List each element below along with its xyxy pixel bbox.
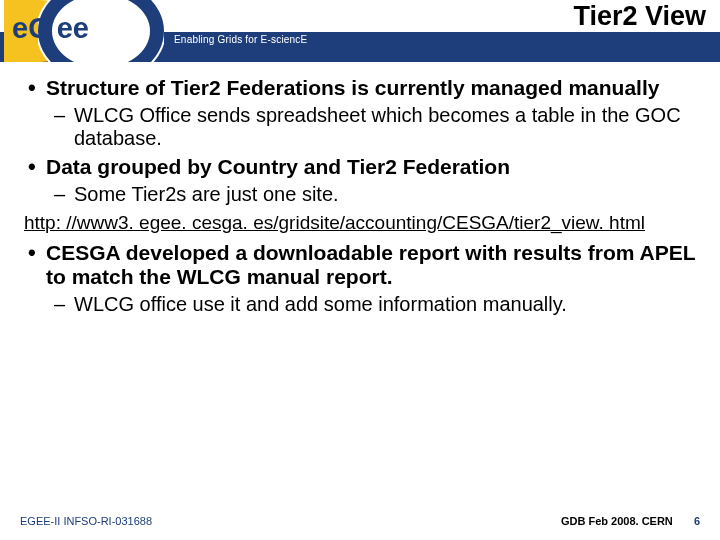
bullet-l1: CESGA developed a downloadable report wi… [24,241,696,317]
bullet-text: Structure of Tier2 Federations is curren… [46,76,659,99]
bullet-l1: Structure of Tier2 Federations is curren… [24,76,696,151]
title-bar: Tier2 View [573,0,720,32]
bullet-text: CESGA developed a downloadable report wi… [46,241,695,289]
slide: eGee Tier2 View Enabling Grids for E-sci… [0,0,720,540]
url-link[interactable]: http: //www3. egee. cesga. es/gridsite/a… [24,212,696,234]
bullet-text: WLCG Office sends spreadsheet which beco… [74,104,681,150]
content: Structure of Tier2 Federations is curren… [0,62,720,510]
slide-title: Tier2 View [573,1,720,32]
bullet-text: Data grouped by Country and Tier2 Federa… [46,155,510,178]
bullet-l2: WLCG Office sends spreadsheet which beco… [50,104,696,151]
footer: EGEE-II INFSO-RI-031688 GDB Feb 2008. CE… [0,510,720,540]
footer-left: EGEE-II INFSO-RI-031688 [20,515,152,527]
bullet-l1: Data grouped by Country and Tier2 Federa… [24,155,696,206]
tagline: Enabling Grids for E-sciencE [174,34,307,45]
bullet-text: Some Tier2s are just one site. [74,183,339,205]
bullet-text: WLCG office use it and add some informat… [74,293,567,315]
header: eGee Tier2 View Enabling Grids for E-sci… [0,0,720,62]
url-text: http: //www3. egee. cesga. es/gridsite/a… [24,212,645,233]
page-number: 6 [694,515,700,527]
footer-venue: GDB Feb 2008. CERN [561,515,673,527]
egee-logo: eGee [4,0,169,62]
bullet-l2: Some Tier2s are just one site. [50,183,696,207]
bullet-l2: WLCG office use it and add some informat… [50,293,696,317]
footer-right: GDB Feb 2008. CERN 6 [561,515,700,527]
